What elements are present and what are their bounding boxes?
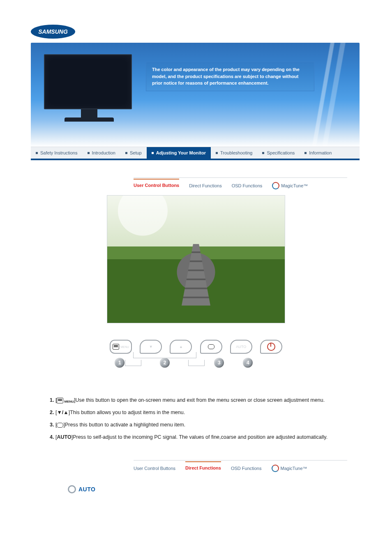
hero-notice: The color and appearance of the product … (146, 62, 314, 91)
hw-auto-button: AUTO (230, 340, 252, 354)
subnav-label: MagicTune™ (281, 183, 308, 188)
subnav2-magictune[interactable]: MagicTune™ (272, 464, 307, 473)
menu-icon (57, 398, 63, 403)
instruction-text: Press this button to activate a highligh… (65, 422, 185, 428)
nav-label: Setup (130, 150, 142, 155)
sample-display-image (107, 195, 285, 323)
nav-information[interactable]: Information (300, 147, 337, 159)
nav-safety-instructions[interactable]: Safety Instructions (31, 147, 83, 159)
sub-nav-1: User Control Buttons Direct Functions OS… (134, 177, 347, 190)
magictune-icon (272, 465, 279, 472)
main-nav: Safety Instructions Introduction Setup A… (31, 147, 360, 160)
nav-introduction[interactable]: Introduction (83, 147, 120, 159)
nav-adjusting-your-monitor[interactable]: Adjusting Your Monitor (147, 147, 211, 159)
nav-label: Adjusting Your Monitor (156, 150, 206, 155)
instruction-text: Press to self-adjust to the incoming PC … (73, 434, 327, 440)
bullet-ring-icon (68, 485, 76, 493)
magictune-icon (272, 182, 279, 189)
monitor-illustration (44, 54, 134, 128)
section-auto-heading: AUTO (68, 485, 361, 493)
subnav2-direct-functions[interactable]: Direct Functions (185, 461, 221, 471)
nav-label: Information (309, 150, 332, 155)
subnav-user-control-buttons[interactable]: User Control Buttons (134, 179, 179, 189)
arrows-icon: ▼/▲ (57, 410, 68, 415)
subnav-direct-functions[interactable]: Direct Functions (189, 182, 221, 189)
hw-label: MENU (120, 345, 129, 348)
svg-text:SAMSUNG: SAMSUNG (38, 28, 68, 35)
subnav-magictune[interactable]: MagicTune™ (272, 181, 308, 190)
nav-label: Specifications (267, 150, 295, 155)
down-icon: ▼ (149, 345, 153, 349)
hw-menu-button: MENU (110, 340, 132, 354)
hardware-buttons-panel: MENU ▼ ▲ AUTO 1 2 3 4 (107, 338, 285, 368)
instruction-item-3: []Press this button to activate a highli… (55, 421, 353, 428)
instruction-item-2: [▼/▲]This button allows you to adjust it… (55, 409, 353, 416)
nav-setup[interactable]: Setup (120, 147, 147, 159)
menu-sub-label: MENU (64, 400, 74, 403)
callout-number-1: 1 (115, 358, 125, 368)
auto-bold-label: AUTO (57, 434, 71, 440)
instruction-item-1: [MENU]Use this button to open the on-scr… (55, 396, 353, 404)
hw-label: AUTO (236, 345, 246, 349)
sub-nav-2: User Control Buttons Direct Functions OS… (134, 460, 347, 473)
callout-number-4: 4 (243, 358, 253, 368)
hw-enter-button (200, 340, 222, 354)
up-icon: ▲ (179, 345, 183, 349)
callout-number-3: 3 (214, 358, 224, 368)
nav-specifications[interactable]: Specifications (257, 147, 300, 159)
hero-banner: The color and appearance of the product … (31, 43, 360, 147)
subnav2-user-control-buttons[interactable]: User Control Buttons (134, 465, 175, 472)
instructions-list: [MENU]Use this button to open the on-scr… (47, 396, 353, 441)
subnav-label: MagicTune™ (281, 466, 307, 471)
nav-label: Introduction (92, 150, 115, 155)
power-icon (267, 343, 275, 351)
hw-power-button (260, 340, 282, 354)
nav-label: Safety Instructions (40, 150, 78, 155)
instruction-item-4: [AUTO]Press to self-adjust to the incomi… (55, 433, 353, 441)
enter-icon (57, 423, 63, 428)
hw-up-button: ▲ (170, 340, 192, 354)
menu-icon (113, 344, 119, 350)
brand-logo: SAMSUNG (31, 25, 361, 39)
instruction-text: Use this button to open the on-screen me… (76, 397, 325, 403)
hw-down-button: ▼ (140, 340, 162, 354)
subnav-osd-functions[interactable]: OSD Functions (232, 182, 263, 189)
section-title-text: AUTO (78, 486, 95, 493)
callout-number-2: 2 (160, 358, 170, 368)
instruction-text: This button allows you to adjust items i… (70, 410, 185, 415)
subnav2-osd-functions[interactable]: OSD Functions (231, 465, 262, 472)
nav-troubleshooting[interactable]: Troubleshooting (211, 147, 257, 159)
nav-label: Troubleshooting (220, 150, 252, 155)
enter-icon (208, 344, 214, 349)
